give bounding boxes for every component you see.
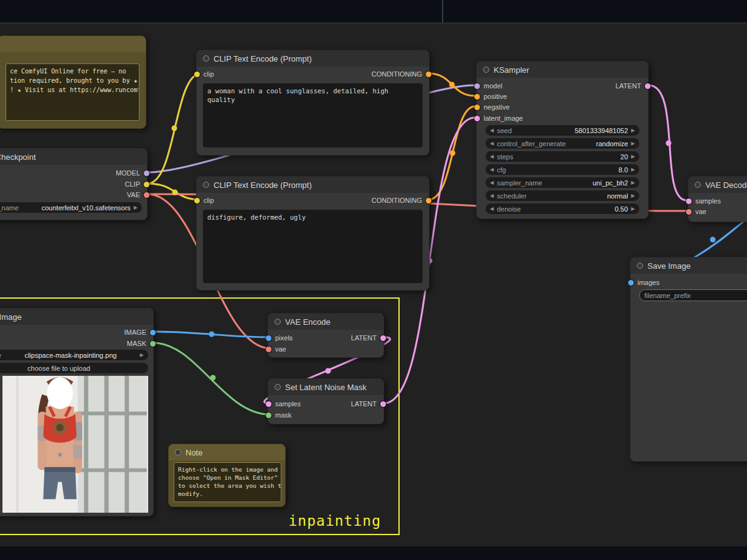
node-load-checkpoint-header[interactable]: Load Checkpoint [0, 149, 147, 165]
collapse-dot[interactable] [203, 55, 209, 62]
combo-arrow-icon[interactable]: ▶ [134, 205, 138, 210]
image-output-dot[interactable] [150, 330, 156, 335]
node-note-runcomfy[interactable]: ce ComfyUI Online for free — no tion req… [0, 35, 146, 129]
vae-output-dot[interactable] [144, 192, 149, 198]
node-ksampler[interactable]: KSampler model positive negative latent_… [476, 61, 649, 219]
prompt-textarea[interactable]: disfigure, deformed, ugly [203, 210, 423, 283]
conditioning-output-dot[interactable] [426, 72, 431, 77]
node-clip-positive-header[interactable]: CLIP Text Encode (Prompt) [197, 50, 429, 67]
collapse-dot[interactable] [275, 319, 281, 325]
filename-prefix-widget[interactable]: filename_prefix [639, 289, 747, 301]
decrement-arrow-icon[interactable]: ◀ [490, 154, 494, 159]
collapse-dot[interactable] [695, 182, 701, 188]
clip-output-dot[interactable] [144, 182, 149, 187]
node-load-checkpoint[interactable]: Load Checkpoint MODEL CLIP VAE ckpt_name… [0, 148, 148, 220]
node-vae-decode[interactable]: VAE Decode samples vae [688, 176, 747, 222]
collapse-dot[interactable] [637, 263, 643, 269]
ckpt-name-widget[interactable]: ckpt_name counterfeitxl_v10.safetensors … [0, 202, 142, 213]
mask-input-dot[interactable] [266, 413, 271, 418]
collapse-dot[interactable] [203, 182, 209, 188]
input-slot-samples[interactable]: samples [686, 197, 721, 205]
node-save-image[interactable]: Save Image images filename_prefix [630, 257, 747, 462]
collapse-dot[interactable] [175, 449, 181, 455]
output-slot-latent[interactable]: LATENT [351, 400, 386, 408]
increment-arrow-icon[interactable]: ▶ [631, 128, 635, 133]
input-slot-positive[interactable]: positive [474, 93, 507, 100]
node-vae-decode-header[interactable]: VAE Decode [688, 177, 747, 193]
input-slot-clip[interactable]: clip [194, 70, 214, 78]
input-slot-samples[interactable]: samples [266, 400, 301, 408]
decrement-arrow-icon[interactable]: ◀ [490, 180, 494, 185]
vae-input-dot[interactable] [266, 347, 271, 352]
comfyui-canvas[interactable]: inpainting ce ComfyUI Online for [0, 0, 747, 560]
input-slot-vae[interactable]: vae [686, 208, 707, 215]
output-slot-image[interactable]: IMAGE [125, 329, 156, 336]
input-slot-model[interactable]: model [474, 82, 502, 90]
output-slot-latent[interactable]: LATENT [351, 334, 386, 342]
scheduler-widget[interactable]: ◀ scheduler normal ▶ [486, 190, 639, 201]
output-slot-latent[interactable]: LATENT [616, 82, 651, 90]
sampler-name-widget[interactable]: ◀ sampler_name uni_pc_bh2 ▶ [486, 177, 639, 188]
image-file-widget[interactable]: image clipspace-mask-inpainting.png ▶ [0, 350, 148, 360]
combo-arrow-icon[interactable]: ▶ [140, 352, 144, 358]
seed-widget[interactable]: ◀ seed 58013339481052 ▶ [486, 125, 639, 136]
conditioning-output-dot[interactable] [426, 198, 431, 203]
input-slot-negative[interactable]: negative [474, 103, 510, 111]
latent-output-dot[interactable] [380, 335, 386, 341]
node-ksampler-header[interactable]: KSampler [477, 62, 648, 78]
samples-input-dot[interactable] [686, 198, 692, 204]
decrement-arrow-icon[interactable]: ◀ [490, 141, 494, 146]
node-save-image-header[interactable]: Save Image [631, 258, 747, 274]
output-slot-conditioning[interactable]: CONDITIONING [372, 197, 431, 204]
clip-input-dot[interactable] [194, 72, 200, 77]
samples-input-dot[interactable] [266, 401, 271, 407]
input-slot-clip[interactable]: clip [194, 197, 214, 204]
node-clip-text-encode-negative[interactable]: CLIP Text Encode (Prompt) clip CONDITION… [196, 176, 430, 291]
prompt-textarea[interactable]: a woman with a cool sunglasses, detailed… [203, 83, 423, 147]
image-preview[interactable] [2, 376, 148, 513]
node-load-image[interactable]: Load Image IMAGE MASK image clipspace-ma… [0, 308, 154, 516]
output-slot-clip[interactable]: CLIP [125, 180, 149, 188]
input-slot-latent-image[interactable]: latent_image [474, 114, 523, 122]
decrement-arrow-icon[interactable]: ◀ [490, 206, 494, 212]
input-slot-vae[interactable]: vae [266, 345, 286, 353]
collapse-dot[interactable] [275, 384, 281, 390]
latent-output-dot[interactable] [380, 401, 386, 407]
increment-arrow-icon[interactable]: ▶ [631, 193, 635, 198]
decrement-arrow-icon[interactable]: ◀ [490, 193, 494, 198]
node-note-runcomfy-header[interactable] [0, 36, 146, 52]
images-input-dot[interactable] [628, 280, 634, 286]
input-slot-pixels[interactable]: pixels [266, 334, 293, 342]
latent-output-dot[interactable] [645, 83, 651, 89]
upload-button[interactable]: choose file to upload [0, 363, 148, 373]
increment-arrow-icon[interactable]: ▶ [631, 206, 635, 212]
node-note-mask-editor[interactable]: Note Right-click on the image and choose… [168, 444, 286, 507]
latent-input-dot[interactable] [474, 116, 480, 121]
node-set-latent-noise-mask-header[interactable]: Set Latent Noise Mask [268, 379, 383, 395]
decrement-arrow-icon[interactable]: ◀ [490, 167, 494, 172]
output-slot-vae[interactable]: VAE [127, 191, 149, 198]
input-slot-images[interactable]: images [628, 279, 659, 286]
node-note-mask-editor-header[interactable]: Note [169, 444, 285, 460]
output-slot-mask[interactable]: MASK [127, 340, 156, 347]
node-vae-encode-header[interactable]: VAE Encode [268, 314, 383, 330]
node-vae-encode[interactable]: VAE Encode pixels vae LATENT [268, 313, 384, 358]
increment-arrow-icon[interactable]: ▶ [631, 180, 635, 185]
steps-widget[interactable]: ◀ steps 20 ▶ [486, 151, 639, 162]
cfg-widget[interactable]: ◀ cfg 8.0 ▶ [486, 164, 639, 175]
input-slot-mask[interactable]: mask [266, 411, 291, 419]
node-set-latent-noise-mask[interactable]: Set Latent Noise Mask samples mask LATEN… [268, 378, 384, 424]
negative-input-dot[interactable] [474, 105, 480, 110]
mask-output-dot[interactable] [150, 341, 156, 347]
model-input-dot[interactable] [474, 83, 480, 89]
node-clip-negative-header[interactable]: CLIP Text Encode (Prompt) [197, 177, 429, 193]
increment-arrow-icon[interactable]: ▶ [631, 154, 635, 159]
model-output-dot[interactable] [144, 170, 149, 176]
increment-arrow-icon[interactable]: ▶ [631, 167, 635, 172]
increment-arrow-icon[interactable]: ▶ [631, 141, 635, 146]
output-slot-conditioning[interactable]: CONDITIONING [372, 70, 431, 78]
vae-input-dot[interactable] [686, 209, 692, 215]
denoise-widget[interactable]: ◀ denoise 0.50 ▶ [486, 203, 639, 214]
output-slot-model[interactable]: MODEL [116, 169, 149, 177]
node-load-image-header[interactable]: Load Image [0, 309, 153, 325]
